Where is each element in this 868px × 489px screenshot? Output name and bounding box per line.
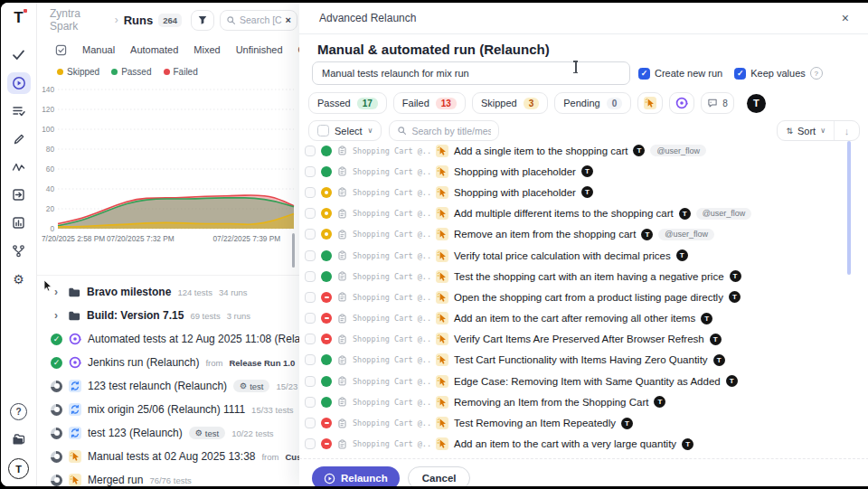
run-row[interactable]: Merged run76/76 tests (37, 468, 299, 486)
clipboard-icon (337, 230, 347, 240)
filter-chip-passed[interactable]: Passed17 (308, 92, 387, 114)
run-row[interactable]: 123 test relaunch (Relaunch)⚙test15/23 t… (37, 374, 299, 398)
test-row[interactable]: Shopping Cart @...Verify total price cal… (305, 245, 849, 266)
filter-button[interactable] (191, 10, 214, 31)
test-checkbox[interactable] (305, 166, 316, 177)
option-label: Create new run (655, 68, 722, 79)
tab-mixed[interactable]: Mixed (193, 44, 220, 55)
select-all-checkbox[interactable] (317, 125, 329, 136)
test-row[interactable]: Shopping Cart @...Edge Case: Removing It… (305, 371, 849, 391)
test-checkbox[interactable] (305, 292, 316, 303)
test-checkbox[interactable] (305, 418, 316, 428)
test-row[interactable]: Shopping Cart @...Removing an Item from … (305, 391, 849, 412)
sidebar-reports-icon[interactable] (7, 212, 31, 234)
test-row[interactable]: Shopping Cart @...Test the shopping cart… (305, 266, 849, 287)
filter-chip-failed[interactable]: Failed13 (393, 92, 466, 114)
test-checkbox[interactable] (305, 187, 316, 198)
select-runs-icon[interactable] (55, 44, 67, 56)
mixed-run-icon (69, 380, 81, 392)
tab-automated[interactable]: Automated (130, 44, 178, 55)
cancel-button[interactable]: Cancel (408, 466, 471, 486)
author-avatar[interactable]: T (747, 94, 766, 113)
test-row[interactable]: Shopping Cart @...Add an item to the car… (305, 308, 849, 329)
run-title: Merged run (88, 474, 143, 486)
test-title: Verify total price calculation with deci… (454, 250, 671, 261)
tab-unfinished[interactable]: Unfinished (236, 44, 283, 55)
filter-chip-manual[interactable] (637, 92, 663, 114)
relaunch-button[interactable]: Relaunch (312, 466, 400, 486)
passed-status-icon (321, 250, 332, 261)
sidebar-milestones-icon[interactable] (7, 184, 31, 206)
app-logo[interactable]: T (14, 8, 23, 28)
option-keep-values[interactable]: Keep values? (734, 67, 823, 80)
select-dropdown[interactable]: Select ∨ (308, 120, 382, 141)
close-icon[interactable]: × (842, 11, 849, 25)
failed-status-icon (321, 438, 332, 449)
tests-search-placeholder: Search by title/messag (411, 126, 491, 136)
run-row[interactable]: test 123 (Relaunch)⚙test10/22 tests (37, 421, 299, 445)
test-checkbox[interactable] (305, 313, 316, 324)
sidebar-results-icon[interactable] (7, 100, 31, 122)
run-row[interactable]: ›Bravo milestone124 tests34 runs (37, 280, 299, 304)
clipboard-icon (337, 334, 347, 344)
test-checkbox[interactable] (305, 250, 316, 261)
test-checkbox[interactable] (305, 354, 316, 365)
test-row[interactable]: Shopping Cart @...Verify Cart Items Are … (305, 329, 849, 350)
test-checkbox[interactable] (305, 376, 316, 387)
run-row[interactable]: ✓Automated tests at 12 Aug 2025 11:08 (R… (37, 327, 299, 351)
option-create-new-run[interactable]: Create new run (638, 68, 722, 80)
test-row[interactable]: Shopping Cart @...Add an item to the car… (305, 434, 849, 455)
folder-icon (68, 287, 80, 298)
test-row[interactable]: Shopping Cart @...Remove an item from th… (305, 224, 849, 245)
test-row[interactable]: Shopping Cart @...Add a single item to t… (305, 140, 849, 161)
test-checkbox[interactable] (305, 208, 316, 219)
tests-search-input[interactable]: Search by title/messag (389, 120, 499, 141)
tab-manual[interactable]: Manual (82, 44, 115, 55)
run-row[interactable]: ✓Jenkins run (Relaunch)fromRelease Run 1… (37, 351, 299, 374)
test-row[interactable]: Shopping Cart @...Open the shopping cart… (305, 287, 849, 307)
expand-chevron-icon[interactable]: › (51, 309, 61, 322)
clear-search-icon[interactable]: × (286, 14, 291, 25)
filter-chip-skipped[interactable]: Skipped3 (472, 92, 548, 114)
test-checkbox[interactable] (305, 334, 316, 344)
runs-search-input[interactable]: Search [C × (220, 10, 297, 31)
checkbox-create-new-run[interactable] (638, 68, 650, 80)
help-icon[interactable]: ? (10, 403, 27, 420)
run-row[interactable]: mix origin 25/06 (Relaunch) 111115/33 te… (37, 398, 299, 421)
filter-chip-comments[interactable]: 8 (701, 92, 734, 114)
run-row[interactable]: Manual tests at 02 Aug 2025 13:38fromCus… (37, 445, 299, 468)
sort-direction-button[interactable]: ↓ (835, 121, 859, 140)
test-checkbox[interactable] (305, 397, 316, 408)
run-meta: 15/33 tests (251, 405, 293, 415)
docs-icon[interactable] (7, 428, 31, 450)
test-tag: @user_flow (658, 229, 714, 240)
sidebar-analytics-icon[interactable] (7, 156, 31, 178)
filter-chip-automated[interactable] (669, 92, 694, 114)
sidebar-runs-icon[interactable] (7, 72, 31, 94)
test-row[interactable]: Shopping Cart @...Shopping with placehol… (305, 182, 849, 202)
checkbox-keep-values[interactable] (734, 68, 746, 80)
test-checkbox[interactable] (305, 271, 316, 282)
sort-dropdown[interactable]: ⇅ Sort ∨ (778, 121, 835, 140)
modal-scrollbar[interactable] (847, 141, 851, 275)
sidebar-tests-icon[interactable] (7, 44, 31, 66)
run-title: Build: Version 7.15 (87, 309, 184, 322)
test-row[interactable]: Shopping Cart @...Test Cart Functionalit… (305, 350, 849, 371)
sidebar-settings-icon[interactable]: ⚙ (7, 268, 31, 290)
filter-chip-pending[interactable]: Pending0 (554, 92, 631, 114)
sidebar-integrations-icon[interactable] (7, 240, 31, 262)
help-icon[interactable]: ? (810, 67, 823, 80)
test-row[interactable]: Shopping Cart @...Shopping with placehol… (305, 161, 849, 182)
user-avatar[interactable]: T (8, 458, 29, 479)
run-row[interactable]: ›Build: Version 7.1569 tests3 runs (37, 304, 299, 327)
test-row[interactable]: Shopping Cart @...Test Removing an Item … (305, 412, 849, 433)
test-row[interactable]: Shopping Cart @...Add multiple different… (305, 203, 849, 224)
sidebar-defects-icon[interactable] (7, 128, 31, 150)
test-checkbox[interactable] (305, 146, 316, 156)
breadcrumb-project[interactable]: Zyntra Spark (50, 7, 109, 33)
runs-panel: Zyntra Spark › Runs 264 Search [C × Manu (37, 3, 299, 486)
panel-scrollbar[interactable] (292, 233, 295, 268)
test-checkbox[interactable] (305, 229, 316, 240)
test-checkbox[interactable] (305, 438, 316, 449)
run-name-input[interactable] (312, 61, 630, 85)
